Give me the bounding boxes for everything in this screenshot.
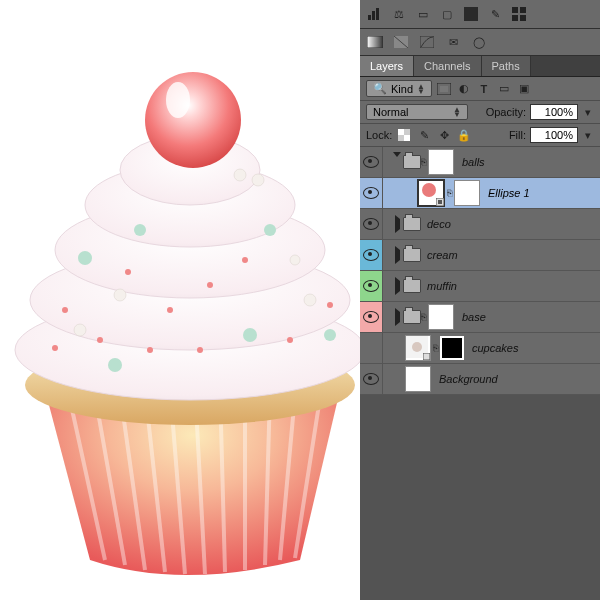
link-icon: ⎘	[447, 188, 452, 198]
layers-icon[interactable]: ▢	[438, 5, 456, 23]
filter-smart-icon[interactable]: ▣	[516, 81, 532, 97]
mask-thumbnail[interactable]	[428, 304, 454, 330]
layer-name[interactable]: balls	[456, 156, 600, 168]
disclosure-icon[interactable]	[395, 246, 400, 264]
svg-point-63	[412, 342, 422, 352]
visibility-toggle[interactable]	[363, 311, 379, 323]
mask-thumbnail[interactable]	[428, 149, 454, 175]
svg-rect-58	[404, 135, 410, 141]
layer-name[interactable]: Background	[433, 373, 600, 385]
svg-point-33	[167, 307, 173, 313]
svg-rect-55	[440, 86, 448, 92]
layer-group-base[interactable]: ⎘ base	[360, 302, 600, 333]
layer-name[interactable]: deco	[421, 218, 600, 230]
envelope-icon[interactable]: ✉	[444, 33, 462, 51]
curves-icon[interactable]	[418, 33, 436, 51]
disclosure-icon[interactable]	[395, 277, 400, 295]
svg-rect-42	[368, 15, 371, 20]
lock-position-icon[interactable]: ✥	[436, 127, 452, 143]
svg-point-36	[147, 347, 153, 353]
layer-name[interactable]: cupcakes	[466, 342, 600, 354]
circle-icon[interactable]: ◯	[470, 33, 488, 51]
histogram-icon[interactable]	[366, 5, 384, 23]
svg-rect-44	[376, 8, 379, 20]
svg-point-22	[74, 324, 86, 336]
scales-icon[interactable]: ⚖	[390, 5, 408, 23]
grid-icon[interactable]	[510, 5, 528, 23]
layer-group-balls[interactable]: ⎘ balls	[360, 147, 600, 178]
visibility-toggle[interactable]	[363, 249, 379, 261]
folder-icon	[403, 217, 421, 231]
eyedropper-icon[interactable]: ✎	[486, 5, 504, 23]
layer-background[interactable]: Background	[360, 364, 600, 395]
fill-input[interactable]: 100%	[530, 127, 578, 143]
blend-mode-select[interactable]: Normal ▲▼	[366, 104, 468, 120]
disclosure-icon[interactable]	[395, 215, 400, 233]
visibility-toggle[interactable]	[363, 373, 379, 385]
tab-channels[interactable]: Channels	[414, 56, 481, 76]
layer-name[interactable]: muffin	[421, 280, 600, 292]
svg-point-38	[287, 337, 293, 343]
layer-group-muffin[interactable]: muffin	[360, 271, 600, 302]
document-icon[interactable]: ▭	[414, 5, 432, 23]
svg-point-18	[166, 82, 190, 118]
visibility-toggle[interactable]	[363, 156, 379, 168]
layer-thumbnail[interactable]	[405, 366, 431, 392]
svg-rect-64	[423, 353, 430, 360]
svg-point-19	[234, 169, 246, 181]
svg-rect-47	[520, 7, 526, 13]
layer-ellipse-1[interactable]: ⎘ Ellipse 1	[360, 178, 600, 209]
link-icon: ⎘	[433, 343, 438, 353]
svg-point-32	[97, 337, 103, 343]
visibility-toggle[interactable]	[363, 187, 379, 199]
tool-options-row-2: ✉ ◯	[360, 29, 600, 56]
swatch-dark-icon[interactable]	[462, 5, 480, 23]
layer-group-deco[interactable]: deco	[360, 209, 600, 240]
folder-icon	[403, 279, 421, 293]
lock-paint-icon[interactable]: ✎	[416, 127, 432, 143]
svg-point-26	[134, 224, 146, 236]
fill-label: Fill:	[509, 129, 526, 141]
filter-pixel-icon[interactable]	[436, 81, 452, 97]
layer-name[interactable]: cream	[421, 249, 600, 261]
tab-layers[interactable]: Layers	[360, 56, 414, 76]
opacity-input[interactable]: 100%	[530, 104, 578, 120]
opacity-dropdown[interactable]: ▾	[582, 106, 594, 119]
fill-dropdown[interactable]: ▾	[582, 129, 594, 142]
svg-point-23	[304, 294, 316, 306]
filter-shape-icon[interactable]: ▭	[496, 81, 512, 97]
svg-point-28	[243, 328, 257, 342]
tab-paths[interactable]: Paths	[482, 56, 531, 76]
svg-rect-48	[512, 15, 518, 21]
pattern-icon[interactable]	[392, 33, 410, 51]
layer-thumbnail[interactable]	[417, 179, 445, 207]
disclosure-icon[interactable]	[395, 308, 400, 326]
cupcake-artwork	[0, 0, 360, 600]
gradient-icon[interactable]	[366, 33, 384, 51]
visibility-toggle[interactable]	[363, 218, 379, 230]
svg-point-59	[422, 183, 436, 197]
select-arrows-icon: ▲▼	[417, 84, 425, 94]
disclosure-icon[interactable]	[393, 152, 401, 167]
visibility-toggle[interactable]	[363, 280, 379, 292]
lock-transparency-icon[interactable]	[396, 127, 412, 143]
filter-adjust-icon[interactable]: ◐	[456, 81, 472, 97]
layer-group-cream[interactable]: cream	[360, 240, 600, 271]
search-icon: 🔍	[373, 82, 387, 95]
svg-point-40	[52, 345, 58, 351]
panels: ⚖ ▭ ▢ ✎ ✉ ◯ Layers Channels Paths 🔍 Kind…	[360, 0, 600, 600]
filter-type-icon[interactable]: T	[476, 81, 492, 97]
lock-all-icon[interactable]: 🔒	[456, 127, 472, 143]
layer-name[interactable]: base	[456, 311, 600, 323]
canvas-viewport	[0, 0, 360, 600]
filter-kind-select[interactable]: 🔍 Kind ▲▼	[366, 80, 432, 97]
layer-filter-row: 🔍 Kind ▲▼ ◐ T ▭ ▣	[360, 77, 600, 101]
blend-mode-value: Normal	[373, 106, 408, 118]
mask-thumbnail[interactable]	[454, 180, 480, 206]
layer-cupcakes[interactable]: ⎘ cupcakes	[360, 333, 600, 364]
layer-thumbnail[interactable]	[405, 335, 431, 361]
lock-label: Lock:	[366, 129, 392, 141]
mask-thumbnail[interactable]	[440, 336, 464, 360]
layer-name[interactable]: Ellipse 1	[482, 187, 600, 199]
svg-point-24	[290, 255, 300, 265]
